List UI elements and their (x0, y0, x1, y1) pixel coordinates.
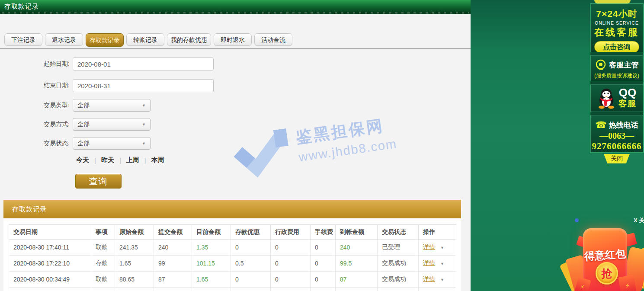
tab-bet-records[interactable]: 下注记录 (4, 33, 42, 46)
col-submitted-amount: 提交金额 (154, 225, 192, 240)
record-tabs: 下注记录 返水记录 存取款记录 转账记录 我的存款优惠 即时返水 活动金流 (4, 33, 292, 47)
col-transaction-status: 交易状态 (378, 225, 419, 240)
cell-received: 99.5 (336, 256, 378, 272)
col-actions: 操作 (419, 225, 456, 240)
end-date-row: 结束日期: (0, 79, 214, 92)
qq-cs-label: 客服 (618, 98, 637, 109)
transaction-type-value: 全部 (77, 102, 90, 109)
transaction-type-row: 交易类型: 全部 ▼ (0, 99, 151, 112)
qq-service-label: QQ 客服 (618, 87, 637, 109)
transaction-status-select[interactable]: 全部 ▼ (73, 137, 151, 150)
watermark-name: 鉴黑担保网 (295, 113, 396, 148)
page-header: 存取款记录 (0, 0, 471, 14)
tab-rebate-records[interactable]: 返水记录 (45, 33, 83, 46)
chevron-down-icon: ▼ (142, 122, 146, 127)
transaction-method-select[interactable]: 全部 ▼ (73, 118, 151, 131)
tab-instant-rebate[interactable]: 即时返水 (214, 33, 252, 46)
customer-service-panel: 7×24小时 ONLINE SERVICE 在线客服 点击咨询 客服主管 (服务… (590, 3, 644, 153)
detail-expand-icon[interactable]: ▼ (440, 262, 444, 266)
site-watermark: 鉴黑担保网 www.jhdb8.com (230, 113, 401, 200)
transaction-method-row: 交易方式: 全部 ▼ (0, 118, 151, 131)
page-title: 存取款记录 (4, 3, 39, 11)
watermark-url: www.jhdb8.com (298, 137, 397, 165)
tab-deposit-withdraw-records[interactable]: 存取款记录 (86, 33, 124, 47)
watermark-text: 鉴黑担保网 www.jhdb8.com (295, 113, 398, 164)
service-manager-note: (服务质量投诉建议) (591, 72, 643, 80)
cell-admin-fee: 0 (271, 272, 311, 288)
qq-penguin-icon (597, 87, 616, 109)
phone-number: 9276066666 (591, 141, 643, 152)
cell-date: 2020-08-30 17:22:10 (9, 256, 91, 272)
transaction-type-select[interactable]: 全部 ▼ (73, 99, 151, 112)
promo-close-button[interactable]: X 关 (634, 217, 644, 224)
lightning-icon: ⚡ (625, 281, 631, 290)
lightning-icon: ⚡ (580, 283, 586, 291)
grab-coin-button[interactable]: 抢 (596, 262, 618, 285)
col-transaction-date: 交易日期 (9, 225, 91, 240)
qq-label: QQ (618, 87, 637, 98)
col-current-amount: 目前金额 (192, 225, 231, 240)
tabbar-divider (0, 48, 471, 49)
chevron-down-icon: ▼ (142, 103, 146, 108)
tab-deposit-bonus[interactable]: 我的存款优惠 (167, 33, 211, 46)
detail-link[interactable]: 详情 (423, 243, 435, 250)
service-manager-section[interactable]: 客服主管 (服务质量投诉建议) (590, 55, 643, 81)
start-date-input[interactable] (73, 58, 214, 70)
chevron-down-icon: ▼ (142, 141, 146, 146)
table-row: 2020-08-30 17:22:10 存款 1.65 99 101.15 0.… (9, 256, 456, 272)
red-envelope-title: 得意红包 (583, 246, 628, 263)
transaction-method-value: 全部 (77, 121, 90, 128)
cell-actions: 详情 ▼ (419, 240, 456, 256)
cell-original: 241.35 (115, 240, 154, 256)
transaction-method-label: 交易方式: (0, 121, 73, 128)
watermark-shield-logo (230, 128, 295, 192)
cell-submitted: 240 (154, 240, 192, 256)
cell-admin-fee: 0 (271, 240, 311, 256)
cell-received: 240 (336, 240, 378, 256)
quick-link-this-week[interactable]: 本周 (151, 156, 164, 164)
transaction-status-value: 全部 (77, 140, 90, 147)
separator: | (94, 157, 96, 164)
table-row: 2020-08-30 00:34:49 取款 88.65 87 1.65 0 0… (9, 272, 456, 288)
red-envelope-promo: X 关 得意红包 ⚡ ⚡ 抢 (554, 211, 644, 291)
cell-fee: 0 (311, 272, 336, 288)
quick-link-today[interactable]: 今天 (76, 156, 89, 164)
separator: | (144, 157, 146, 164)
start-date-row: 起始日期: (0, 58, 214, 70)
col-item: 事项 (91, 225, 115, 240)
detail-expand-icon[interactable]: ▼ (440, 246, 444, 250)
cell-submitted: 99 (154, 256, 192, 272)
consult-button[interactable]: 点击咨询 (594, 41, 639, 52)
tab-activity-flow[interactable]: 活动金流 (254, 33, 292, 46)
cell-current: 1.65 (192, 272, 231, 288)
sidebar-close-button[interactable]: 关闭 (604, 154, 630, 163)
col-deposit-bonus: 存款优惠 (231, 225, 271, 240)
start-date-label: 起始日期: (0, 60, 73, 68)
table-row-partial (9, 288, 456, 291)
tab-transfer-records[interactable]: 转账记录 (126, 33, 164, 46)
detail-link[interactable]: 详情 (423, 275, 435, 282)
detail-link[interactable]: 详情 (423, 259, 435, 266)
cell-item: 存款 (91, 256, 115, 272)
cell-status: 已受理 (378, 240, 419, 256)
cell-bonus: 0 (231, 272, 271, 288)
qq-service-section[interactable]: QQ 客服 (590, 84, 643, 112)
cell-actions: 详情 ▼ (419, 256, 456, 272)
quick-link-last-week[interactable]: 上周 (126, 156, 139, 164)
end-date-input[interactable] (73, 79, 214, 92)
online-cs-label: 在线客服 (591, 26, 643, 39)
quick-date-links: 今天 | 昨天 | 上周 | 本周 (76, 156, 164, 164)
service-hours: 7×24小时 (591, 8, 643, 20)
records-panel-title: 存取款记录 (3, 200, 461, 218)
cell-bonus: 0.5 (231, 256, 271, 272)
transaction-type-label: 交易类型: (0, 102, 73, 109)
cell-submitted: 87 (154, 272, 192, 288)
cell-status: 交易成功 (378, 272, 419, 288)
query-button[interactable]: 查询 (75, 174, 122, 189)
transaction-status-row: 交易状态: 全部 ▼ (0, 137, 151, 150)
hotline-label: 热线电话 (609, 120, 638, 130)
quick-link-yesterday[interactable]: 昨天 (101, 156, 114, 164)
phone-icon: ☎ (595, 120, 606, 130)
online-service-section: 7×24小时 ONLINE SERVICE 在线客服 点击咨询 (590, 4, 643, 52)
detail-expand-icon[interactable]: ▼ (440, 278, 444, 282)
